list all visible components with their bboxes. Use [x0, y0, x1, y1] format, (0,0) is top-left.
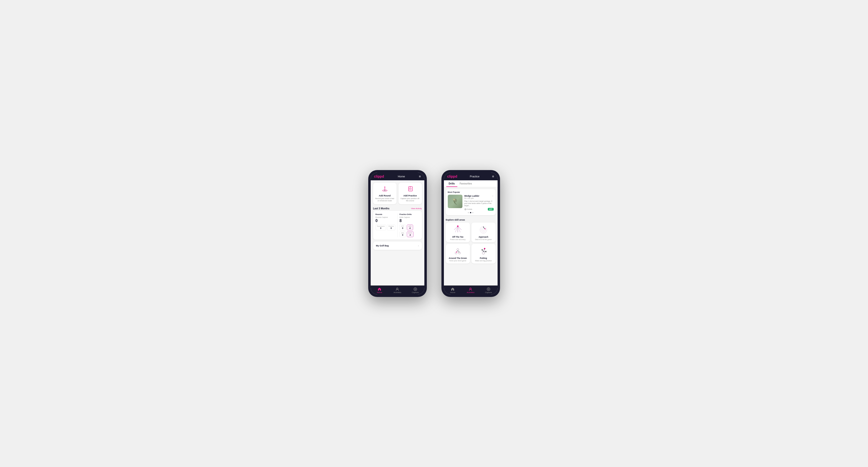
- tab-drills[interactable]: Drills: [446, 180, 457, 187]
- practice-content: Most Popular: [444, 187, 498, 285]
- ott-stat: OTT 0: [400, 224, 406, 230]
- nav-home[interactable]: Home: [371, 286, 389, 294]
- practice-bottom-nav: Home Activities Capture: [444, 285, 498, 294]
- drill-thumb-image: [448, 195, 462, 208]
- phone-practice-screen: clippd Practice ≡ Drills Favourites Most…: [444, 173, 498, 294]
- capture-nav-icon: [413, 287, 417, 291]
- home-top-bar: clippd Home ≡: [371, 173, 424, 180]
- dot-2[interactable]: [470, 212, 471, 213]
- skill-off-the-tee[interactable]: Off The Tee Power and accuracy: [446, 222, 470, 242]
- skill-around-the-green[interactable]: Around The Green Hone your short game: [446, 244, 470, 263]
- off-the-tee-desc: Power and accuracy: [450, 239, 465, 240]
- nav-capture[interactable]: Capture: [406, 286, 424, 294]
- tab-favourites[interactable]: Favourites: [457, 180, 475, 187]
- stats-card: Rounds Rounds Capture 0 Tournament 0 Pra…: [373, 211, 422, 240]
- putting-desc: Make and lag practice: [475, 260, 492, 261]
- practice-menu-icon[interactable]: ≡: [492, 175, 494, 178]
- off-the-tee-icon: [452, 225, 464, 235]
- add-practice-card[interactable]: Add Practice Capture your practice off-t…: [399, 183, 422, 204]
- activities-nav-icon: [395, 287, 399, 291]
- putt-value: 4: [408, 234, 412, 236]
- svg-line-18: [455, 226, 458, 232]
- svg-point-29: [485, 228, 486, 229]
- svg-rect-3: [384, 190, 385, 191]
- svg-point-25: [481, 228, 486, 232]
- tournament-value: 0: [377, 227, 385, 229]
- add-practice-icon: [407, 185, 414, 193]
- add-round-icon: [381, 185, 388, 193]
- tournament-stat: Tournament 0: [376, 224, 386, 230]
- practice-activities-icon: [468, 287, 472, 291]
- view-activity-link[interactable]: View Activity: [411, 208, 422, 210]
- nav-activities-label: Activities: [394, 291, 401, 293]
- dot-1[interactable]: [468, 212, 469, 213]
- drill-info: Wedge Ladder ☆ 50–100 yds Play 1 shot at…: [464, 195, 494, 211]
- rounds-sub-stats: Tournament 0 Practice 0: [376, 224, 396, 230]
- practice-capture-icon: [487, 287, 491, 291]
- svg-point-8: [397, 288, 398, 289]
- arg-stat: ARG 0: [400, 231, 406, 237]
- stats-divider: [397, 213, 398, 237]
- phone-home: clippd Home ≡: [368, 170, 427, 297]
- skill-putting[interactable]: Putting Make and lag practice: [471, 244, 496, 263]
- phones-container: clippd Home ≡: [359, 160, 510, 307]
- practice-stat: Practice 0: [387, 224, 395, 230]
- nav-activities[interactable]: Activities: [389, 286, 406, 294]
- putting-icon: [477, 246, 490, 256]
- drills-capture-label: Drills Capture: [400, 216, 420, 218]
- drills-col: Practice Drills Drills Capture 8 OTT 0 A…: [400, 213, 420, 237]
- around-the-green-title: Around The Green: [449, 257, 467, 259]
- home-menu-icon[interactable]: ≡: [419, 175, 421, 178]
- most-popular-section: Most Popular: [446, 189, 496, 215]
- carousel-dots: [448, 212, 494, 213]
- approach-desc: Dial-in to hit the green: [475, 239, 492, 240]
- approach-title: Approach: [478, 236, 488, 238]
- putting-title: Putting: [480, 257, 487, 259]
- my-golf-bag-row[interactable]: My Golf Bag ›: [373, 242, 422, 250]
- around-the-green-desc: Hone your short game: [449, 260, 466, 261]
- svg-point-37: [482, 252, 485, 254]
- practice-nav-capture[interactable]: Capture: [479, 286, 497, 294]
- add-round-card[interactable]: Add Round Record your shots in fast or e…: [373, 183, 397, 204]
- app-badge: APP: [488, 208, 493, 211]
- app-value: 4: [408, 227, 412, 229]
- home-logo: clippd: [374, 175, 384, 178]
- practice-nav-home-label: Home: [450, 291, 455, 293]
- activity-title: Last 3 Months: [373, 207, 390, 210]
- rounds-col-label: Rounds: [376, 213, 396, 215]
- ott-value: 0: [401, 227, 404, 229]
- svg-line-20: [458, 226, 460, 232]
- explore-label: Explore skill areas: [446, 219, 496, 221]
- shots-text: 9 shots: [467, 208, 472, 210]
- svg-point-36: [459, 252, 460, 252]
- off-the-tee-title: Off The Tee: [452, 236, 463, 238]
- activity-section-header: Last 3 Months View Activity: [371, 206, 424, 211]
- home-nav-icon: [377, 287, 381, 291]
- explore-section: Explore skill areas: [444, 217, 498, 266]
- svg-point-44: [470, 288, 471, 289]
- practice-nav-activities-label: Activities: [467, 291, 475, 293]
- svg-line-13: [455, 204, 457, 205]
- phone-home-screen: clippd Home ≡: [371, 173, 424, 294]
- star-icon[interactable]: ☆: [492, 195, 494, 197]
- skill-approach[interactable]: Approach Dial-in to hit the green: [471, 222, 496, 242]
- chevron-right-icon: ›: [418, 244, 419, 247]
- drills-col-label: Practice Drills: [400, 213, 420, 215]
- practice-nav-activities[interactable]: Activities: [462, 286, 479, 294]
- drill-footer: 9 shots APP: [464, 208, 494, 211]
- practice-nav-home[interactable]: Home: [444, 286, 462, 294]
- svg-line-17: [465, 209, 466, 210]
- skill-grid: Off The Tee Power and accuracy: [446, 222, 496, 263]
- drills-value: 8: [400, 219, 420, 223]
- around-the-green-icon: [452, 246, 464, 256]
- rounds-capture-label: Rounds Capture: [376, 216, 396, 218]
- svg-point-32: [457, 249, 459, 251]
- drill-shots: 9 shots: [464, 208, 472, 210]
- dot-3[interactable]: [472, 212, 473, 213]
- svg-point-35: [456, 252, 457, 252]
- practice-value: 0: [389, 227, 394, 229]
- drill-card[interactable]: Wedge Ladder ☆ 50–100 yds Play 1 shot at…: [448, 195, 494, 211]
- practice-tabs-bar: Drills Favourites: [444, 180, 498, 187]
- stats-row: Rounds Rounds Capture 0 Tournament 0 Pra…: [376, 213, 420, 237]
- practice-top-bar: clippd Practice ≡: [444, 173, 498, 180]
